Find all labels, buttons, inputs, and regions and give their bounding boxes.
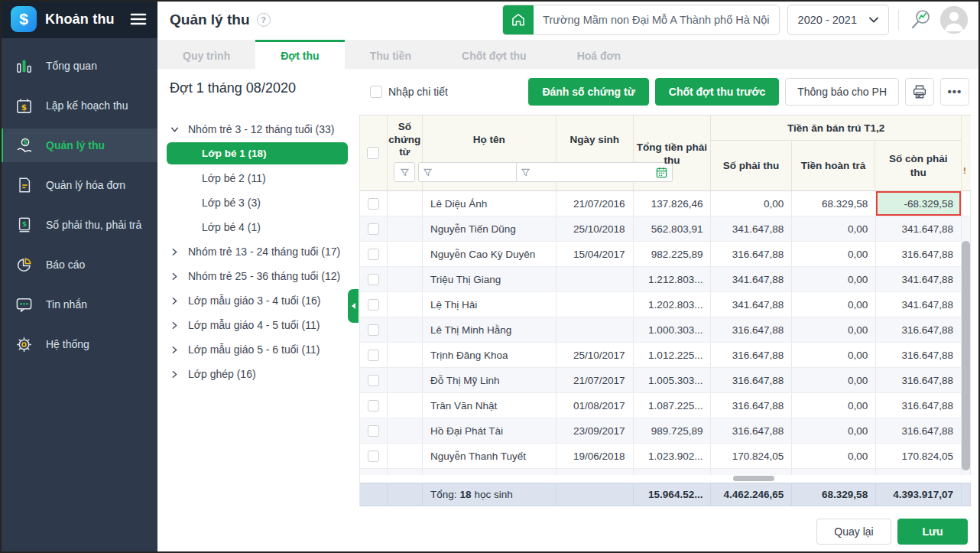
checkbox-icon[interactable] <box>368 400 379 411</box>
checkbox-icon[interactable] <box>368 324 379 336</box>
close-previous-period-button[interactable]: Chốt đợt thu trước <box>655 78 779 106</box>
tree-group[interactable]: Lớp mẫu giáo 4 - 5 tuổi (11) <box>170 313 359 337</box>
row-checkbox[interactable] <box>360 343 388 367</box>
sidebar-header: $ Khoản thu <box>0 0 157 38</box>
school-year-select[interactable]: 2020 - 2021 <box>787 5 889 35</box>
sidebar-item-quan-ly-hoa-don[interactable]: Quản lý hóa đơn <box>0 168 157 202</box>
cell-total-due: 1.212.803... <box>634 267 712 291</box>
tab-quy-trinh[interactable]: Quy trình <box>157 40 255 69</box>
cell-total-due: 982.225,89 <box>634 242 712 266</box>
notify-parents-button[interactable]: Thông báo cho PH <box>785 78 899 106</box>
help-icon[interactable]: ? <box>257 13 271 27</box>
sidebar-item-bao-cao[interactable]: Báo cáo <box>0 248 157 281</box>
user-avatar[interactable] <box>940 6 968 34</box>
sidebar-item-label: Số phải thu, phải trả <box>46 219 141 231</box>
row-checkbox[interactable] <box>360 292 388 317</box>
tree-group[interactable]: Nhóm trẻ 25 - 36 tháng tuổi (12) <box>170 264 359 288</box>
tree-group[interactable]: Nhóm trẻ 13 - 24 tháng tuổi (17) <box>170 239 359 264</box>
tree-group[interactable]: Lớp mẫu giáo 3 - 4 tuổi (16) <box>170 288 359 313</box>
totals-total-due: 15.964.52... <box>634 483 712 506</box>
row-checkbox[interactable] <box>360 242 388 266</box>
tree-class-item[interactable]: Lớp bé 4 (1) <box>170 215 359 239</box>
school-selector[interactable]: Trường Mầm non Đại Mỗ A Thành phố Hà Nội <box>502 5 779 35</box>
tree-group[interactable]: Lớp mẫu giáo 5 - 6 tuổi (11) <box>170 337 359 362</box>
tree-class-item-selected[interactable]: Lớp bé 1 (18) <box>167 142 348 164</box>
sidebar-item-he-thong[interactable]: Hệ thống <box>0 327 157 361</box>
row-checkbox[interactable] <box>360 317 388 342</box>
search-analytics-icon[interactable] <box>908 8 933 32</box>
checkbox-icon[interactable] <box>368 249 379 260</box>
checkbox-icon[interactable] <box>368 375 379 386</box>
chevron-down-icon[interactable] <box>170 125 188 135</box>
chevron-right-icon[interactable] <box>170 320 188 330</box>
checkbox-icon[interactable] <box>367 147 379 159</box>
chevron-right-icon[interactable] <box>170 369 188 379</box>
checkbox-icon[interactable] <box>368 198 379 210</box>
printer-icon <box>911 83 928 100</box>
tree-group[interactable]: Nhóm trẻ 3 - 12 tháng tuổi (33) <box>170 117 359 142</box>
header-select-all[interactable] <box>360 115 388 190</box>
row-checkbox[interactable] <box>360 393 388 418</box>
more-actions-button[interactable]: ••• <box>940 78 969 106</box>
cell-remaining-highlighted[interactable]: -68.329,58 <box>876 191 962 216</box>
cell-remaining: 316.647,88 <box>876 393 962 418</box>
chevron-right-icon[interactable] <box>170 272 188 281</box>
funnel-icon <box>401 168 409 177</box>
row-checkbox[interactable] <box>360 267 388 291</box>
doc-no-filter-button[interactable] <box>394 162 415 182</box>
cell-refund: 0,00 <box>792 343 876 367</box>
chevron-right-icon[interactable] <box>170 247 188 257</box>
horizontal-scrollbar <box>360 475 971 483</box>
checkbox-icon[interactable] <box>370 86 382 98</box>
tree-class-item[interactable]: Lớp bé 3 (3) <box>170 190 359 215</box>
checkbox-icon[interactable] <box>368 451 379 462</box>
sidebar-item-tong-quan[interactable]: Tổng quan <box>0 49 157 83</box>
hamburger-menu-icon[interactable] <box>130 12 147 26</box>
horizontal-scrollbar-thumb[interactable] <box>733 476 774 481</box>
chevron-right-icon[interactable] <box>170 345 188 355</box>
period-title: Đợt 1 tháng 08/2020 <box>170 80 359 96</box>
cell-dob: 01/08/2017 <box>557 393 634 418</box>
checkbox-icon[interactable] <box>368 223 379 235</box>
sidebar-item-tin-nhan[interactable]: Tin nhắn <box>0 288 157 321</box>
row-checkbox[interactable] <box>360 216 388 241</box>
divider <box>898 10 899 30</box>
page-title: Quản lý thu <box>170 11 250 28</box>
row-checkbox[interactable] <box>360 368 388 392</box>
cell-cutoff <box>962 191 971 216</box>
tab-chot-dot-thu[interactable]: Chốt đợt thu <box>436 40 552 69</box>
save-button[interactable]: Lưu <box>897 519 968 545</box>
sidebar-item-so-phai-thu-phai-tra[interactable]: $ Số phải thu, phải trả <box>0 208 157 242</box>
table-row: Trân Văn Nhật01/08/20171.087.225...316.6… <box>360 393 971 418</box>
print-button[interactable] <box>905 78 934 106</box>
row-checkbox[interactable] <box>360 418 388 443</box>
cell-dob: 21/07/2016 <box>557 191 634 216</box>
sidebar-item-lap-ke-hoach-thu[interactable]: $ Lập kế hoạch thu <box>0 89 157 122</box>
checkbox-icon[interactable] <box>368 299 379 311</box>
chevron-right-icon[interactable] <box>170 296 188 306</box>
checkbox-icon[interactable] <box>368 425 379 437</box>
back-button[interactable]: Quay lại <box>816 519 891 545</box>
tab-hoa-don[interactable]: Hoá đơn <box>552 40 646 69</box>
checkbox-icon[interactable] <box>368 350 379 361</box>
vertical-scrollbar-thumb[interactable] <box>962 241 970 470</box>
totals-remaining: 4.393.917,07 <box>876 483 962 506</box>
sidebar-item-quan-ly-thu[interactable]: $ Quản lý thu <box>0 128 157 162</box>
row-checkbox[interactable] <box>360 444 388 468</box>
checkbox-icon[interactable] <box>368 274 379 285</box>
tab-thu-tien[interactable]: Thu tiền <box>345 40 436 69</box>
cell-student-name: Nguyễn Thanh Tuyết <box>423 444 557 468</box>
cell-remaining: 316.647,88 <box>876 418 962 443</box>
tree-group-label: Lớp mẫu giáo 3 - 4 tuổi (16) <box>188 294 320 307</box>
number-documents-button[interactable]: Đánh số chứng từ <box>528 78 648 106</box>
cell-doc-no <box>388 368 423 392</box>
tree-group[interactable]: Lớp ghép (16) <box>170 362 359 386</box>
table-row: Nguyễn Cao Kỳ Duyên15/04/2017982.225,893… <box>360 242 971 267</box>
tab-dot-thu[interactable]: Đợt thu <box>255 40 344 69</box>
detail-entry-checkbox[interactable]: Nhập chi tiết <box>370 86 448 98</box>
row-checkbox[interactable] <box>360 191 388 216</box>
home-icon[interactable] <box>503 5 534 34</box>
tree-class-item[interactable]: Lớp bé 2 (11) <box>170 166 359 190</box>
panel-collapse-handle[interactable] <box>348 289 359 323</box>
cell-must-collect: 170.824,05 <box>711 444 792 468</box>
